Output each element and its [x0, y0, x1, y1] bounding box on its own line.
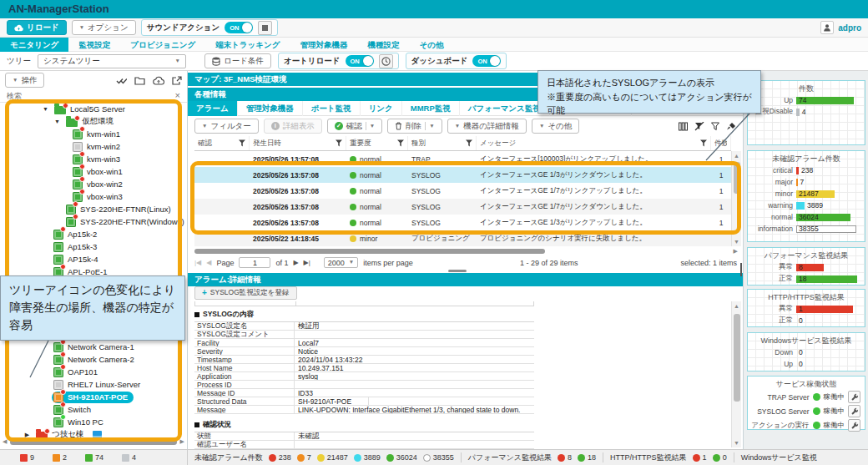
filter-funnel-icon[interactable]	[397, 139, 404, 147]
scroll-down-icon[interactable]: ▼	[734, 239, 739, 245]
filter-funnel-icon[interactable]	[239, 139, 245, 147]
tree-item[interactable]: vbox-win1	[0, 165, 186, 178]
device-detail-button[interactable]: ▼ 機器の詳細情報	[447, 119, 527, 134]
tab-プロビジョニング[interactable]: プロビジョニング	[120, 38, 205, 52]
first-page-button[interactable]: |◀	[194, 259, 201, 266]
filter-funnel-icon[interactable]	[466, 139, 472, 147]
column-header-確認[interactable]: 確認	[194, 136, 250, 150]
map-link-icon[interactable]	[93, 431, 102, 437]
scroll-left-icon[interactable]: ◀	[3, 438, 7, 445]
tree-search-input[interactable]	[7, 92, 157, 100]
alarm-row[interactable]: 2025/05/26 13:57:08normalTRAPインターフェース[10…	[194, 151, 731, 167]
other-button[interactable]: ▼ その他	[532, 119, 579, 134]
user-menu[interactable]: adpro	[820, 21, 861, 34]
tab-端末トラッキング[interactable]: 端末トラッキング	[205, 38, 290, 52]
tree-item[interactable]: SH-9210AT-POE	[0, 391, 186, 403]
tab-リンク[interactable]: リンク	[361, 101, 402, 116]
table-vertical-scrollbar[interactable]: ▲ ▼	[731, 151, 741, 246]
check-all-icon[interactable]	[116, 76, 127, 85]
service-settings-button[interactable]	[848, 391, 860, 403]
scroll-down-icon[interactable]: ▼	[734, 440, 739, 446]
column-header-件数[interactable]: 件数	[711, 136, 731, 150]
alarm-row[interactable]: 2025/05/26 13:57:08normalSYSLOGインターフェースG…	[194, 199, 731, 215]
delete-button[interactable]: 削除 ▼	[387, 119, 442, 134]
tree-item[interactable]: Network Camera-2	[0, 353, 186, 366]
tab-管理対象機器[interactable]: 管理対象機器	[290, 38, 357, 52]
tree-horizontal-scrollbar[interactable]: ◀ ▶	[3, 438, 184, 445]
tree-item[interactable]: Ap15k-2	[0, 228, 186, 240]
table-horizontal-scrollbar[interactable]: ▶	[194, 248, 741, 255]
options-button[interactable]: ▼ オプション	[72, 20, 136, 35]
scrollbar-thumb[interactable]	[734, 314, 740, 402]
tree-item[interactable]: vbox-win3	[0, 190, 186, 203]
autoreload-schedule-button[interactable]	[379, 54, 393, 68]
alarm-row[interactable]: 2025/05/26 13:57:08normalSYSLOGインターフェースG…	[194, 215, 731, 230]
alarm-row[interactable]: 2025/05/26 13:57:08normalSYSLOGインターフェースG…	[194, 183, 731, 199]
scroll-up-icon[interactable]: ▲	[734, 303, 739, 309]
tree-item[interactable]: RHEL7 Linux-Server	[0, 378, 186, 391]
tree-item[interactable]: AP15k-4	[0, 253, 186, 265]
sound-action-toggle[interactable]: ON	[225, 22, 253, 33]
tree-item[interactable]: kvm-win1	[0, 128, 186, 140]
page-input[interactable]	[239, 257, 270, 268]
register-syslog-button[interactable]: + SYSLOG監視設定を登録	[194, 286, 297, 300]
next-page-button[interactable]: ▶	[293, 259, 298, 266]
tree-item[interactable]: SYS-220HE-FTNR(Windows)	[0, 215, 186, 228]
tree-item[interactable]: SYS-220HE-FTNR(Linux)	[0, 203, 186, 215]
tree-operation-button[interactable]: ▼ 操作	[5, 73, 44, 88]
brush-icon[interactable]	[726, 122, 736, 131]
scroll-right-icon[interactable]: ▶	[734, 248, 741, 255]
tab-MMRP監視[interactable]: MMRP監視	[402, 101, 460, 116]
tree-item[interactable]: OAP101	[0, 366, 186, 378]
tree-item[interactable]: vbox-win2	[0, 178, 186, 190]
alarm-row[interactable]: 2025/05/26 13:57:08normalSYSLOGインターフェースG…	[194, 167, 731, 183]
clear-filter-icon[interactable]	[694, 122, 704, 131]
filter-funnel-icon[interactable]	[700, 139, 707, 147]
autoreload-toggle[interactable]: ON	[346, 55, 374, 67]
tree-item[interactable]: kvm-win2	[0, 140, 186, 153]
column-header-発生日時[interactable]: 発生日時	[250, 136, 346, 150]
scrollbar-thumb[interactable]	[734, 162, 740, 194]
tree-item[interactable]: ▼Local5G Server	[0, 103, 186, 115]
tree-item[interactable]: kvm-win3	[0, 153, 186, 165]
export-icon[interactable]	[172, 76, 182, 85]
expander-closed-icon[interactable]: ▶	[23, 432, 31, 438]
tab-その他[interactable]: その他	[409, 38, 453, 52]
prev-page-button[interactable]: ◀	[206, 259, 211, 266]
tree-item[interactable]: Win10 PC	[0, 416, 186, 428]
sound-stop-button[interactable]	[258, 21, 272, 35]
scrollbar-thumb[interactable]	[10, 439, 176, 445]
filter-funnel-icon[interactable]	[336, 139, 342, 147]
scrollbar-thumb[interactable]	[194, 249, 545, 254]
detail-vertical-scrollbar[interactable]: ▲ ▼	[731, 301, 741, 447]
panel-splitter-handle[interactable]	[740, 263, 742, 276]
tree-item[interactable]: Switch	[0, 403, 186, 416]
confirm-button[interactable]: ✓ 確認 ▼	[327, 119, 382, 134]
tab-パフォーマンス監視[interactable]: パフォーマンス監視	[460, 101, 550, 116]
service-settings-button[interactable]	[848, 405, 860, 417]
folder-open-icon[interactable]	[134, 76, 145, 85]
dashboard-toggle[interactable]: ON	[472, 55, 501, 67]
tab-モニタリング[interactable]: モニタリング	[0, 38, 68, 52]
reload-button[interactable]: リロード	[7, 20, 67, 35]
tab-ポート監視[interactable]: ポート監視	[303, 101, 361, 116]
cloud-upload-icon[interactable]	[153, 76, 164, 85]
scroll-right-icon[interactable]: ▶	[180, 438, 184, 445]
tree-item[interactable]: Ap15k-3	[0, 240, 186, 253]
column-header-種別[interactable]: 種別	[408, 136, 477, 150]
tab-監視設定[interactable]: 監視設定	[68, 38, 120, 52]
scroll-up-icon[interactable]: ▲	[734, 153, 739, 159]
tree-item[interactable]: Network Camera-1	[0, 341, 186, 353]
column-header-重要度[interactable]: 重要度	[346, 136, 408, 150]
service-settings-button[interactable]	[848, 419, 860, 432]
per-page-select[interactable]: 2000 ▼	[324, 257, 358, 268]
tree-item[interactable]: ▼仮想環境	[0, 115, 186, 128]
filter-icon[interactable]	[711, 122, 719, 131]
last-page-button[interactable]: ▶|	[304, 259, 310, 266]
splitter-handle[interactable]	[448, 270, 467, 272]
clear-search-icon[interactable]: ×	[175, 91, 180, 100]
filter-button[interactable]: ▼ フィルター	[194, 119, 259, 134]
tab-管理対象機器[interactable]: 管理対象機器	[238, 101, 303, 116]
load-condition-button[interactable]: ロード条件	[204, 53, 271, 68]
expander-open-icon[interactable]: ▼	[42, 106, 49, 112]
